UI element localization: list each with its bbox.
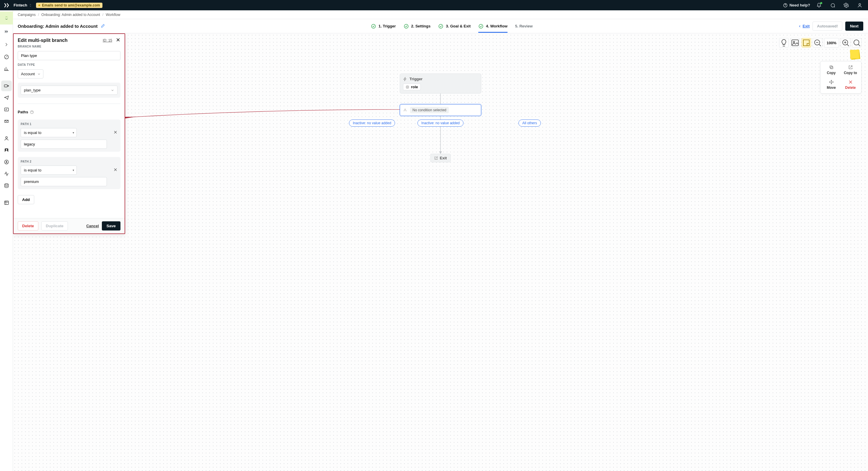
profile-icon[interactable] [855,1,864,10]
nav-broadcasts[interactable] [1,92,12,103]
nav-transactional[interactable] [1,104,12,115]
svg-rect-31 [803,40,809,46]
step-goal[interactable]: 3. Goal & Exit [438,20,471,33]
svg-point-14 [371,24,376,28]
settings-icon[interactable] [841,1,851,10]
nav-accounts[interactable] [1,145,12,156]
nav-deliveries[interactable] [1,116,12,127]
nav-content[interactable] [1,197,12,208]
edit-branch-panel: Edit multi-split branch ID: 15 BRANCH NA… [13,33,125,234]
node-context-menu: Copy Copy to Move Delete [820,61,862,94]
env-chip[interactable]: Emails send to ami@example.com [36,3,102,8]
exit-node[interactable]: Exit [430,154,451,162]
step-trigger[interactable]: 1. Trigger [371,20,396,33]
delete-button[interactable]: Delete [18,221,38,230]
duplicate-button[interactable]: Duplicate [41,221,68,230]
rail-collapse-icon[interactable] [0,39,13,51]
path1-remove-icon[interactable] [113,130,118,135]
zoom-in-icon[interactable] [841,38,850,48]
app-logo-icon[interactable] [4,2,9,8]
svg-rect-4 [4,85,7,87]
svg-point-17 [479,24,483,28]
exit-link[interactable]: Exit [798,24,810,28]
notifications-icon[interactable] [814,1,824,10]
help-button[interactable]: Need help? [783,3,810,8]
nav-people[interactable] [1,133,12,144]
autosave-status: Autosaved! [812,22,842,31]
nav-data[interactable] [1,180,12,191]
svg-rect-36 [830,66,832,68]
svg-point-16 [439,24,443,28]
context-copy-to[interactable]: Copy to [841,63,860,77]
path-2: PATH 2 is equal to [18,157,120,189]
path1-operator-select[interactable]: is equal to [21,128,77,137]
trigger-label: Trigger [409,77,423,81]
zoom-level[interactable]: 100% [824,38,839,48]
path2-operator-select[interactable]: is equal to [21,165,77,175]
path2-remove-icon[interactable] [113,168,118,172]
trigger-node[interactable]: Trigger role [400,73,481,94]
nav-segments[interactable] [1,157,12,167]
zoom-out-icon[interactable] [813,38,822,48]
breadcrumb-campaign[interactable]: Onboarding: Admin added to Account [41,13,100,17]
path-pill-2[interactable]: Inactive: no value added [417,120,464,127]
svg-point-15 [404,24,408,28]
nav-activity[interactable] [1,168,12,179]
svg-point-12 [5,184,8,185]
step-nav: 1. Trigger 2. Settings 3. Goal & Exit 4.… [111,20,793,33]
search-icon[interactable] [852,38,862,48]
close-icon[interactable] [116,37,120,43]
breadcrumb: Campaigns / Onboarding: Admin added to A… [13,10,868,19]
condition-node[interactable]: No condition selected [400,104,481,116]
note-tool-icon[interactable] [802,38,811,48]
svg-point-11 [6,161,7,162]
workspace-name: Fintech [13,3,27,7]
nav-analytics[interactable] [1,63,12,74]
step-review[interactable]: 5. Review [515,20,533,33]
svg-rect-29 [792,40,799,46]
annotation-arrow [125,106,400,118]
builder-header: Onboarding: Admin added to Account 1. Tr… [13,19,868,33]
path-pill-1[interactable]: Inactive: no value added [349,120,395,127]
condition-pill: No condition selected [410,107,449,113]
panel-title: Edit multi-split branch [18,38,68,43]
hint-icon[interactable] [779,38,788,48]
context-copy[interactable]: Copy [822,63,840,77]
add-path-button[interactable]: Add [18,195,34,204]
sticky-note-icon[interactable] [850,50,860,59]
branch-name-input[interactable] [18,51,120,60]
svg-marker-27 [439,151,442,154]
messages-icon[interactable] [828,1,837,10]
path2-value-input[interactable] [21,177,107,186]
svg-point-2 [859,4,861,5]
workspace-avatar[interactable] [0,11,13,25]
attribute-select[interactable]: plan_type [21,86,118,95]
workspace-switcher[interactable]: Fintech [13,3,32,7]
nav-dashboard[interactable] [1,52,12,62]
path1-value-input[interactable] [21,139,107,149]
help-label: Need help? [789,3,810,7]
data-type-select[interactable]: Account [18,69,43,78]
path-pill-others[interactable]: All others [519,120,541,127]
context-move[interactable]: Move [822,78,840,92]
image-tool-icon[interactable] [790,38,800,48]
panel-id-link[interactable]: ID: 15 [103,38,112,42]
topbar: Fintech Emails send to ami@example.com N… [0,0,868,10]
context-delete[interactable]: Delete [841,78,860,92]
cancel-link[interactable]: Cancel [86,224,99,228]
branch-name-label: BRANCH NAME [18,45,120,48]
svg-point-9 [6,149,7,151]
product-icon[interactable] [0,26,13,37]
rename-icon[interactable] [101,24,105,29]
nav-campaigns[interactable] [1,81,12,91]
save-button[interactable]: Save [102,221,120,230]
step-workflow[interactable]: 4. Workflow [478,20,507,33]
breadcrumb-campaigns[interactable]: Campaigns [18,13,36,17]
workflow-canvas[interactable]: Trigger role No condition selected Inact… [13,33,868,471]
svg-point-1 [845,4,847,6]
svg-point-34 [854,40,859,45]
trigger-attribute-tag[interactable]: role [403,84,421,90]
step-settings[interactable]: 2. Settings [404,20,431,33]
next-button[interactable]: Next [845,22,863,31]
flow-connectors [13,33,868,471]
